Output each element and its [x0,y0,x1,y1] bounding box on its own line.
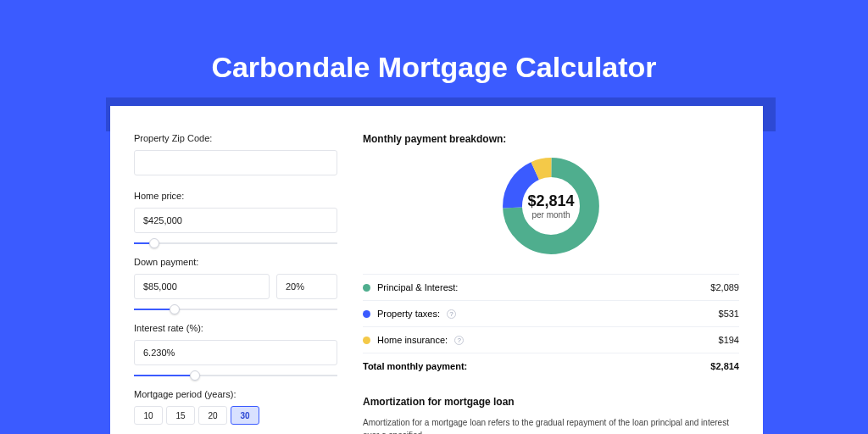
breakdown-title: Monthly payment breakdown: [363,133,739,145]
donut-sub: per month [531,210,570,220]
interest-rate-slider[interactable] [134,370,337,382]
donut-center: $2,814 per month [500,155,602,257]
interest-rate-label: Interest rate (%): [134,323,337,333]
donut-area: $2,814 per month [363,155,739,257]
inputs-column: Property Zip Code: Home price: Down paym… [134,133,337,434]
period-option-15[interactable]: 15 [166,406,195,425]
legend-total: Total monthly payment: $2,814 [363,353,739,379]
dot-icon [363,337,370,344]
period-option-20[interactable]: 20 [198,406,227,425]
legend-pi-value: $2,089 [710,282,739,292]
page-title: Carbondale Mortgage Calculator [0,0,868,84]
donut-chart: $2,814 per month [500,155,602,257]
down-payment-field: Down payment: [134,257,337,299]
amortization-section: Amortization for mortgage loan Amortizat… [363,396,739,434]
down-payment-input[interactable] [134,274,270,299]
info-icon[interactable]: ? [454,336,464,345]
dot-icon [363,310,370,318]
legend-ins: Home insurance: ? $194 [363,326,739,353]
calculator-card: Property Zip Code: Home price: Down paym… [110,106,763,434]
amortization-title: Amortization for mortgage loan [363,396,739,408]
home-price-label: Home price: [134,191,337,201]
period-option-10[interactable]: 10 [134,406,163,425]
down-payment-slider[interactable] [134,304,337,316]
legend-tax-label: Property taxes: [377,309,440,319]
period-selector: 10 15 20 30 [134,406,337,425]
legend-pi-label: Principal & Interest: [377,282,458,292]
period-option-30[interactable]: 30 [231,406,259,425]
legend-tax-value: $531 [719,309,739,319]
interest-rate-input[interactable] [134,340,337,365]
app-stage: Carbondale Mortgage Calculator Property … [0,0,868,434]
dot-icon [363,284,370,292]
breakdown-column: Monthly payment breakdown: $2,814 per mo… [363,133,739,434]
interest-rate-field: Interest rate (%): [134,323,337,365]
down-payment-label: Down payment: [134,257,337,267]
home-price-field: Home price: [134,191,337,233]
legend-pi: Principal & Interest: $2,089 [363,274,739,300]
zip-input[interactable] [134,150,337,175]
info-icon[interactable]: ? [447,309,456,319]
zip-field: Property Zip Code: [134,133,337,175]
legend-total-value: $2,814 [710,361,739,371]
home-price-input[interactable] [134,208,337,233]
legend-ins-value: $194 [719,335,739,345]
legend-tax: Property taxes: ? $531 [363,300,739,326]
home-price-slider[interactable] [134,238,337,250]
period-label: Mortgage period (years): [134,389,337,399]
legend-ins-label: Home insurance: [377,335,448,345]
donut-amount: $2,814 [527,192,574,210]
amortization-text: Amortization for a mortgage loan refers … [363,416,739,434]
down-payment-pct-input[interactable] [276,274,337,299]
legend-total-label: Total monthly payment: [363,361,467,371]
zip-label: Property Zip Code: [134,133,337,143]
